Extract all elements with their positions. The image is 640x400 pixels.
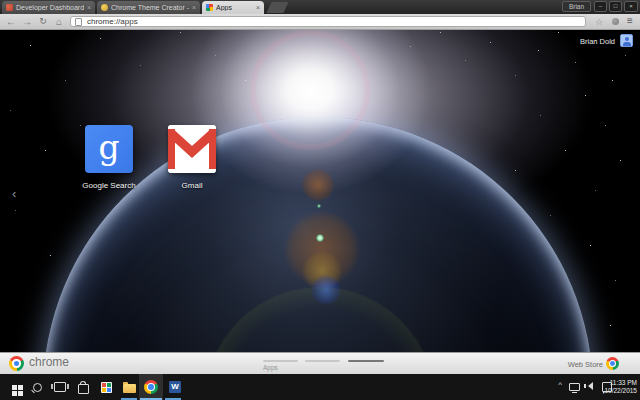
minimize-button[interactable]: – [594,1,607,12]
windows-taskbar: W ^ 11:33 PM 10/22/2015 [0,374,640,400]
apps-grid-favicon [206,4,213,11]
google-g-icon: g [85,125,133,173]
start-button[interactable] [3,374,25,400]
signed-in-user-name: Brian Dold [580,37,615,46]
page-indicator-label: Apps [263,364,278,371]
tray-expand-icon[interactable]: ^ [558,381,562,389]
word-icon: W [169,381,181,393]
task-view-button[interactable] [49,374,71,400]
taskbar-search-button[interactable] [26,374,48,400]
tab-close-icon[interactable]: × [192,4,196,11]
network-icon[interactable] [569,383,580,391]
file-explorer-button[interactable] [118,374,140,400]
tab-close-icon[interactable]: × [87,4,91,11]
chrome-icon [144,380,158,394]
tab-close-icon[interactable]: × [256,4,260,11]
close-button[interactable]: × [624,1,638,12]
task-view-icon [54,382,66,392]
tab-title: Chrome Theme Creator - [111,4,189,11]
tab-title: Developer Dashboard - C [16,4,84,11]
apps-page: ‹ Brian Dold g Google Search Gmail [0,30,640,352]
word-taskbar-button[interactable]: W [164,374,186,400]
colored-grid-icon [101,382,112,393]
profile-button[interactable]: Brian [562,1,591,12]
avatar[interactable] [620,34,633,47]
theme-creator-favicon [101,4,108,11]
chrome-brand-label: chrome [29,355,69,369]
app-tile-gmail[interactable] [168,125,216,173]
web-store-icon[interactable] [606,357,619,370]
launcher-bar: chrome Apps Web Store [0,352,640,374]
chrome-taskbar-button[interactable] [139,374,163,400]
pinned-app-button[interactable] [95,374,117,400]
store-bag-icon [78,384,89,394]
tab-strip: Developer Dashboard - C × Chrome Theme C… [0,0,640,14]
clock-time: 11:33 PM [604,379,637,387]
page-indicator-1[interactable] [263,360,298,362]
speaker-icon[interactable] [588,382,593,390]
page-indicator-3[interactable] [348,360,384,362]
app-label-gmail: Gmail [145,181,239,190]
reload-icon[interactable]: ↻ [36,14,50,29]
tab-theme-creator[interactable]: Chrome Theme Creator - × [97,1,200,14]
forward-icon[interactable]: → [20,14,34,29]
tab-title: Apps [216,4,253,11]
clock-date: 10/22/2015 [604,387,637,395]
chrome-window: Developer Dashboard - C × Chrome Theme C… [0,0,640,400]
browser-toolbar: ← → ↻ ⌂ chrome://apps ☆ ≡ [0,14,640,30]
developer-dashboard-favicon [6,4,13,11]
page-indicator-2[interactable] [305,360,340,362]
search-icon [33,383,42,392]
gmail-envelope-icon [168,125,216,173]
windows-store-button[interactable] [72,374,94,400]
address-text: chrome://apps [87,17,138,26]
taskbar-clock[interactable]: 11:33 PM 10/22/2015 [604,379,637,395]
menu-icon[interactable]: ≡ [627,15,633,26]
chrome-logo-icon [9,356,24,371]
page-icon [75,18,82,26]
windows-logo-icon [12,385,17,390]
folder-icon [123,384,136,393]
back-icon[interactable]: ← [4,14,18,29]
address-bar[interactable]: chrome://apps [70,16,586,27]
bookmark-star-icon[interactable]: ☆ [595,17,603,27]
app-tile-google-search[interactable]: g [85,125,133,173]
home-icon[interactable]: ⌂ [52,14,66,29]
tab-apps[interactable]: Apps × [202,1,264,14]
extension-icon[interactable] [612,18,619,25]
previous-page-arrow[interactable]: ‹ [12,187,16,201]
restore-button[interactable]: □ [609,1,622,12]
new-tab-button[interactable] [267,2,289,13]
web-store-link[interactable]: Web Store [568,360,603,369]
app-label-google-search: Google Search [62,181,156,190]
tab-developer-dashboard[interactable]: Developer Dashboard - C × [2,1,95,14]
